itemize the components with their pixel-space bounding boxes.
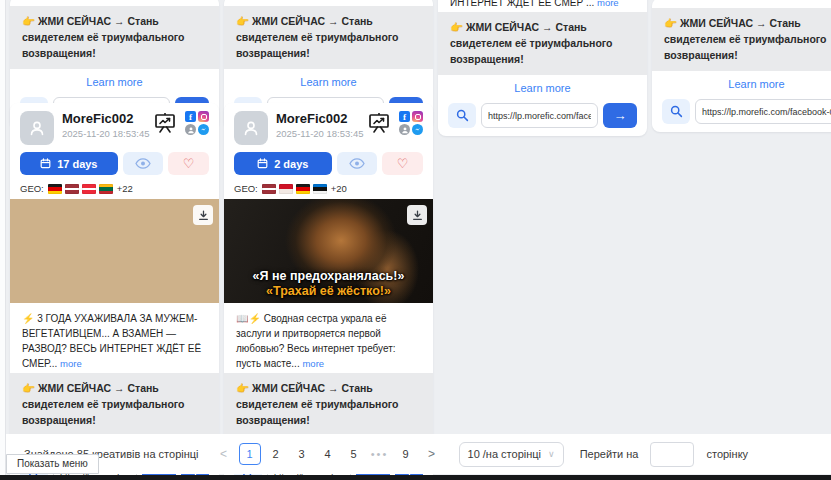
per-page-select[interactable]: 10 /на сторінці ∨ — [459, 442, 564, 467]
flag-lt-icon — [99, 184, 113, 194]
flag-lv-icon — [65, 184, 79, 194]
creative-image[interactable] — [10, 199, 219, 303]
next-page-button[interactable]: > — [421, 443, 443, 465]
instagram-icon[interactable] — [198, 111, 209, 122]
page-button-1[interactable]: 1 — [239, 443, 261, 465]
calendar-icon — [40, 158, 51, 169]
search-icon — [456, 109, 469, 122]
avatar — [234, 111, 268, 145]
cta-band: 👉 ЖМИ СЕЙЧАС → Стань свидетелем её триум… — [224, 373, 433, 436]
favorite-button[interactable]: ♡ — [168, 152, 209, 175]
open-url-button[interactable]: → — [603, 103, 637, 128]
cta-band: 👉 ЖМИ СЕЙЧАС → Стань свидетелем её триум… — [224, 6, 433, 69]
cta-band: 👉 ЖМИ СЕЙЧАС → Стань свидетелем её триум… — [10, 6, 219, 69]
instagram-icon[interactable] — [412, 111, 423, 122]
flag-mc-icon — [279, 184, 293, 194]
geo-more-count: +20 — [331, 183, 347, 194]
show-menu-tooltip[interactable]: Показать меню — [6, 454, 99, 474]
geo-label: GEO: — [234, 183, 258, 194]
messenger-icon[interactable] — [198, 124, 209, 135]
image-download-button[interactable] — [193, 205, 213, 225]
days-active-button[interactable]: 2 days — [234, 152, 332, 175]
search-button[interactable] — [662, 99, 690, 124]
page-button-last[interactable]: 9 — [395, 443, 417, 465]
facebook-icon[interactable]: f — [185, 111, 196, 122]
creative-card-top-3: ИНТЕРНЕТ ЖДЁТ ЕЁ СМЕР ... more 👉 ЖМИ СЕЙ… — [438, 0, 647, 136]
views-button[interactable] — [337, 152, 378, 175]
views-button[interactable] — [123, 152, 164, 175]
presentation-board-icon[interactable] — [152, 111, 178, 135]
learn-more-link[interactable]: Learn more — [438, 75, 647, 97]
creative-card-main-1: MoreFic002 2025-11-20 18:53:45 f — [10, 103, 219, 480]
flag-de-icon — [48, 184, 62, 194]
avatar — [20, 111, 54, 145]
chevron-down-icon: ∨ — [548, 449, 555, 459]
ad-text: ⚡ 3 ГОДА УХАЖИВАЛА ЗА МУЖЕМ-ВЕГЕТАТИВЦЕМ… — [10, 303, 219, 373]
learn-more-link[interactable]: Learn more — [652, 71, 831, 93]
ad-text-truncated: ИНТЕРНЕТ ЖДЁТ ЕЁ СМЕР ... more — [438, 0, 647, 12]
goto-page-input[interactable] — [650, 442, 694, 467]
geo-more-count: +22 — [117, 183, 133, 194]
flag-ee-icon — [313, 184, 327, 194]
prev-page-button[interactable]: < — [213, 443, 235, 465]
pagination-bar: Знайдено 85 креативів на сторінці < 1 2 … — [6, 434, 831, 474]
flag-at-icon — [82, 184, 96, 194]
page-button-2[interactable]: 2 — [265, 443, 287, 465]
goto-page-label: Перейти на — [580, 448, 639, 460]
profile-icon[interactable] — [185, 124, 196, 135]
image-caption: «Я не предохранялась!» «Трахай её жёстко… — [224, 269, 433, 300]
arrow-right-icon: → — [614, 108, 627, 123]
calendar-icon — [257, 158, 268, 169]
learn-more-link[interactable]: Learn more — [224, 69, 433, 91]
facebook-icon[interactable]: f — [399, 111, 410, 122]
creative-card-top-4: 👉 ЖМИ СЕЙЧАС → Стань свидетелем её триум… — [652, 0, 831, 132]
profile-icon[interactable] — [399, 124, 410, 135]
goto-page-suffix: сторінку — [706, 448, 748, 460]
more-link[interactable]: more — [597, 0, 619, 8]
ad-spy-page: 👉 ЖМИ СЕЙЧАС → Стань свидетелем её триум… — [0, 0, 831, 480]
page-button-3[interactable]: 3 — [291, 443, 313, 465]
pagination-ellipsis[interactable]: ••• — [369, 448, 391, 460]
more-link[interactable]: more — [302, 358, 324, 369]
creative-date: 2025-11-20 18:53:45 — [62, 128, 150, 139]
creative-image[interactable]: «Я не предохранялась!» «Трахай её жёстко… — [224, 199, 433, 303]
creative-date: 2025-11-20 18:53:45 — [276, 128, 364, 139]
cta-band: 👉 ЖМИ СЕЙЧАС → Стань свидетелем её триум… — [438, 12, 647, 75]
favorite-button[interactable]: ♡ — [382, 152, 423, 175]
learn-more-link[interactable]: Learn more — [10, 69, 219, 91]
advertiser-name: MoreFic002 — [62, 111, 150, 127]
download-icon — [412, 210, 423, 221]
days-active-button[interactable]: 17 days — [20, 152, 118, 175]
geo-row: GEO: +20 — [224, 177, 433, 199]
bottom-edge-bar — [0, 475, 831, 480]
heart-icon: ♡ — [397, 157, 409, 170]
messenger-icon[interactable] — [412, 124, 423, 135]
page-button-5[interactable]: 5 — [343, 443, 365, 465]
geo-row: GEO: +22 — [10, 177, 219, 199]
advertiser-name: MoreFic002 — [276, 111, 364, 127]
more-link[interactable]: more — [60, 358, 82, 369]
search-icon — [670, 105, 683, 118]
heart-icon: ♡ — [183, 157, 195, 170]
person-icon — [242, 119, 260, 137]
cta-band: 👉 ЖМИ СЕЙЧАС → Стань свидетелем её триум… — [652, 8, 831, 71]
cta-band: 👉 ЖМИ СЕЙЧАС → Стань свидетелем её триум… — [10, 373, 219, 436]
ad-text: 📖⚡ Сводная сестра украла её заслуги и пр… — [224, 303, 433, 373]
flag-lv-icon — [262, 184, 276, 194]
page-button-4[interactable]: 4 — [317, 443, 339, 465]
presentation-board-icon[interactable] — [366, 111, 392, 135]
geo-label: GEO: — [20, 183, 44, 194]
flag-de-icon — [296, 184, 310, 194]
collapsed-sidebar-edge — [0, 0, 6, 480]
landing-url-input[interactable] — [695, 99, 831, 124]
eye-icon — [135, 158, 151, 169]
eye-icon — [349, 158, 365, 169]
creative-card-main-2: MoreFic002 2025-11-20 18:53:45 f — [224, 103, 433, 480]
search-button[interactable] — [448, 103, 476, 128]
landing-url-input[interactable] — [481, 103, 598, 128]
person-icon — [28, 119, 46, 137]
image-download-button[interactable] — [407, 205, 427, 225]
download-icon — [198, 210, 209, 221]
